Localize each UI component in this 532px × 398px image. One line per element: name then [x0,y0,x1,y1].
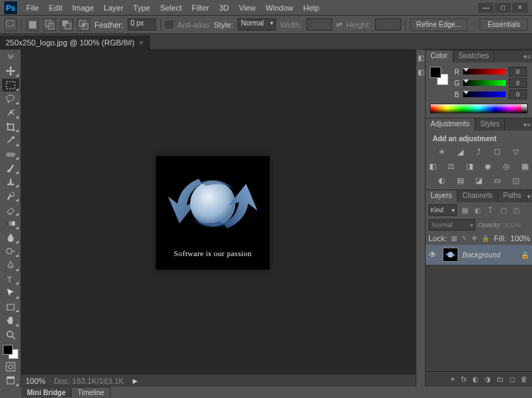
canvas-area[interactable]: Software is our passion 100% Doc: 183.1K… [21,50,416,387]
menu-file[interactable]: File [21,2,44,13]
curves-icon[interactable]: ⤴ [473,147,484,157]
layer-mask-icon[interactable]: ◐ [472,375,479,383]
fill-value[interactable]: 100% [510,234,530,243]
menu-help[interactable]: Help [299,2,325,13]
subtract-selection-icon[interactable] [60,18,73,31]
dodge-tool[interactable] [2,245,19,258]
levels-icon[interactable]: ◢ [455,147,466,157]
close-document-icon[interactable]: × [139,38,143,47]
refine-edge-button[interactable]: Refine Edge... [410,18,467,31]
filter-adjust-icon[interactable]: ◐ [472,205,482,215]
quick-selection-tool[interactable] [2,106,19,119]
visibility-toggle-icon[interactable]: 👁 [428,250,438,260]
menu-type[interactable]: Type [128,2,155,13]
brightness-icon[interactable]: ☀ [436,147,448,157]
foreground-background-swatch[interactable] [3,345,18,358]
tab-styles[interactable]: Styles [475,118,505,131]
menu-edit[interactable]: Edit [44,2,67,13]
threshold-icon[interactable]: ◪ [473,175,484,185]
lock-image-icon[interactable]: ✎ [462,235,467,243]
opacity-value[interactable]: 100% [504,221,524,228]
filter-kind-select[interactable]: Kind [428,204,457,216]
new-group-icon[interactable]: 🗀 [497,375,504,383]
lock-transparency-icon[interactable]: ▦ [451,235,458,243]
new-fill-icon[interactable]: ◑ [484,375,491,383]
lasso-tool[interactable] [2,93,19,106]
collapsed-panel-icon[interactable] [417,54,424,61]
invert-icon[interactable]: ◐ [436,175,448,185]
tab-swatches[interactable]: Swatches [453,50,494,62]
foreground-color[interactable] [3,345,13,355]
g-slider[interactable] [463,80,506,86]
menu-image[interactable]: Image [67,2,99,13]
lock-all-icon[interactable]: 🔒 [482,235,489,243]
menu-view[interactable]: View [234,2,261,13]
blur-tool[interactable] [2,231,19,244]
menu-layer[interactable]: Layer [99,2,128,13]
link-icon[interactable]: ⇄ [336,21,342,28]
tool-preset-picker[interactable] [4,18,17,31]
tab-mini-bridge[interactable]: Mini Bridge [21,388,72,397]
new-selection-icon[interactable] [26,18,39,31]
add-selection-icon[interactable] [43,18,56,31]
r-value[interactable]: 0 [509,67,527,77]
color-swatch[interactable] [430,67,448,85]
panel-menu-icon[interactable]: ▾≡ [522,118,532,131]
tab-adjustments[interactable]: Adjustments [426,118,475,131]
tab-layers[interactable]: Layers [426,190,458,202]
type-tool[interactable]: T [2,273,19,286]
eyedropper-tool[interactable] [2,134,19,147]
close-button[interactable]: × [512,3,528,13]
tab-paths[interactable]: Paths [498,190,527,202]
workspace-switcher[interactable]: Essentials [480,18,528,31]
bw-icon[interactable]: ◨ [464,161,475,171]
document-tab[interactable]: 250x250_logo.jpg @ 100% (RGB/8#) × [0,35,150,50]
tab-channels[interactable]: Channels [458,190,498,202]
clone-stamp-tool[interactable] [2,176,19,189]
tab-timeline[interactable]: Timeline [72,388,110,397]
screen-mode-toggle[interactable] [2,374,19,387]
color-lookup-icon[interactable]: ▦ [519,161,531,171]
menu-filter[interactable]: Filter [187,2,214,13]
gradient-tool[interactable] [2,218,19,231]
layer-thumbnail[interactable] [443,248,458,262]
path-selection-tool[interactable] [2,287,19,299]
delete-layer-icon[interactable]: 🗑 [521,375,528,383]
filter-shape-icon[interactable]: ▢ [498,205,508,215]
filter-pixel-icon[interactable]: ▦ [460,205,470,215]
blend-mode-select[interactable]: Normal [428,219,475,231]
status-arrow-icon[interactable]: ▶ [133,377,138,385]
intersect-selection-icon[interactable] [77,18,90,31]
pen-tool[interactable] [2,259,19,272]
eraser-tool[interactable] [2,204,19,216]
move-tool[interactable] [2,65,19,78]
brush-tool[interactable] [2,162,19,175]
exposure-icon[interactable]: ☐ [492,147,503,157]
lock-position-icon[interactable]: ✥ [472,235,477,243]
panel-menu-icon[interactable]: ▾≡ [522,50,532,62]
antialias-checkbox[interactable] [165,21,173,28]
rectangular-marquee-tool[interactable] [2,79,19,92]
zoom-tool[interactable] [2,328,19,341]
expand-toolbar-icon[interactable] [2,51,19,64]
crop-tool[interactable] [2,121,19,133]
menu-select[interactable]: Select [155,2,187,13]
minimize-button[interactable]: — [478,3,494,13]
posterize-icon[interactable]: ▤ [455,175,466,185]
zoom-level[interactable]: 100% [26,377,45,385]
collapsed-panel-icon[interactable] [417,68,424,75]
panel-menu-icon[interactable]: ▾≡ [527,190,532,202]
style-select[interactable]: Normal [238,18,276,31]
history-brush-tool[interactable] [2,189,19,202]
feather-input[interactable]: 0 px [128,18,156,31]
menu-3d[interactable]: 3D [214,2,234,13]
layer-name[interactable]: Background [462,251,500,259]
vibrance-icon[interactable]: ▽ [510,147,521,157]
spot-healing-tool[interactable] [2,148,19,161]
channel-mixer-icon[interactable]: ◎ [501,161,512,171]
color-spectrum[interactable] [430,104,528,114]
hue-sat-icon[interactable]: ◧ [427,161,438,171]
rectangle-tool[interactable] [2,301,19,314]
new-layer-icon[interactable]: ◻ [509,375,515,383]
selective-color-icon[interactable]: ◫ [510,175,521,185]
